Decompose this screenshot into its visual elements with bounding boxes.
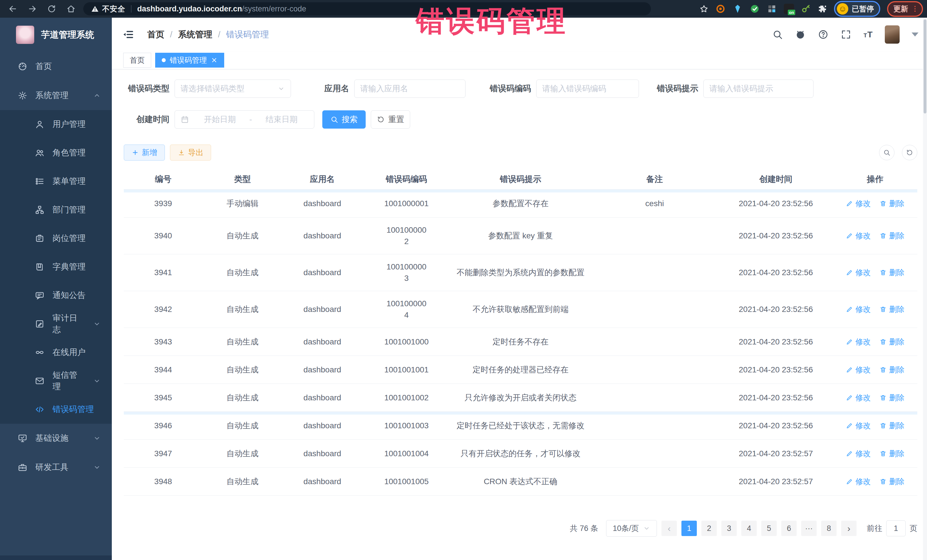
- github-icon[interactable]: [795, 29, 806, 40]
- page-button-2[interactable]: 2: [701, 521, 717, 536]
- page-button-3[interactable]: 3: [721, 521, 737, 536]
- user-menu-caret-icon[interactable]: [912, 32, 918, 36]
- app-logo[interactable]: 芋道管理系统: [0, 18, 112, 52]
- fullscreen-icon[interactable]: [840, 29, 851, 40]
- error-code-field[interactable]: [536, 80, 639, 98]
- back-icon[interactable]: [8, 4, 18, 14]
- search-button[interactable]: 搜索: [322, 110, 366, 129]
- extension-grid-icon[interactable]: [767, 4, 777, 14]
- page-button-4[interactable]: 4: [741, 521, 757, 536]
- add-button[interactable]: 新增: [124, 144, 165, 161]
- delete-button[interactable]: 删除: [879, 392, 904, 404]
- font-size-icon[interactable]: TT: [863, 30, 873, 39]
- cell-code_lines: 1001001004: [362, 448, 451, 459]
- table-header-row: 编号 类型 应用名 错误码编码 错误码提示 备注 创建时间 操作: [124, 169, 917, 190]
- sidebar-item-7[interactable]: 字典管理: [0, 253, 112, 281]
- page-button-8[interactable]: 8: [821, 521, 837, 536]
- error-hint-field[interactable]: [704, 80, 813, 98]
- sidebar-item-5[interactable]: 部门管理: [0, 196, 112, 224]
- sidebar-collapse-icon[interactable]: [122, 29, 134, 41]
- sidebar-item-13[interactable]: 基础设施: [0, 424, 112, 453]
- page-button-6[interactable]: 6: [781, 521, 797, 536]
- goto-page-input[interactable]: [886, 521, 906, 536]
- sidebar-item-4[interactable]: 菜单管理: [0, 167, 112, 196]
- header-search-icon[interactable]: [772, 29, 783, 40]
- error-type-select[interactable]: [175, 80, 291, 98]
- reset-button[interactable]: 重置: [371, 110, 410, 129]
- end-date-input[interactable]: [255, 115, 308, 124]
- error-hint-input[interactable]: [710, 84, 807, 93]
- row-actions: 修改删除: [833, 267, 917, 278]
- edit-button[interactable]: 修改: [846, 448, 871, 459]
- delete-button[interactable]: 删除: [879, 230, 904, 241]
- delete-button[interactable]: 删除: [879, 267, 904, 278]
- scrollbar-thumb[interactable]: [924, 20, 926, 114]
- breadcrumb-home[interactable]: 首页: [147, 29, 164, 41]
- toggle-search-button[interactable]: [879, 145, 895, 160]
- cell-code_lines: 1001001001: [362, 364, 451, 375]
- app-name-field[interactable]: [354, 80, 465, 98]
- sidebar-item-12[interactable]: 错误码管理: [0, 395, 112, 424]
- error-type-select-input[interactable]: [181, 84, 278, 93]
- start-date-input[interactable]: [193, 115, 246, 124]
- user-avatar[interactable]: [885, 25, 900, 44]
- extension-target-icon[interactable]: [715, 4, 726, 14]
- sidebar-item-6[interactable]: 岗位管理: [0, 224, 112, 253]
- delete-button[interactable]: 删除: [879, 476, 904, 487]
- edit-button[interactable]: 修改: [846, 392, 871, 404]
- page-size-select[interactable]: 10条/页: [606, 520, 657, 537]
- edit-button[interactable]: 修改: [846, 336, 871, 348]
- page-button-···[interactable]: ···: [801, 521, 817, 536]
- browser-profile-chip[interactable]: ☺ 已暂停: [834, 1, 880, 17]
- next-page-button[interactable]: ›: [841, 521, 857, 536]
- page-button-1[interactable]: 1: [681, 521, 697, 536]
- help-icon[interactable]: [818, 29, 828, 40]
- address-bar[interactable]: 不安全 dashboard.yudao.iocoder.cn/system/er…: [83, 2, 651, 15]
- date-range-picker[interactable]: -: [175, 110, 314, 129]
- edit-button[interactable]: 修改: [846, 420, 871, 431]
- sidebar-item-8[interactable]: 通知公告: [0, 281, 112, 310]
- delete-button[interactable]: 删除: [879, 336, 904, 348]
- sidebar-item-9[interactable]: 审计日志: [0, 310, 112, 338]
- extension-key-icon[interactable]: [801, 4, 811, 14]
- prev-page-button[interactable]: ‹: [661, 521, 677, 536]
- sidebar-item-10[interactable]: 在线用户: [0, 338, 112, 367]
- page-scrollbar[interactable]: [923, 18, 927, 560]
- browser-update-button[interactable]: 更新: [887, 1, 923, 17]
- sidebar-item-3[interactable]: 角色管理: [0, 138, 112, 167]
- tab-home[interactable]: 首页: [123, 53, 151, 68]
- sidebar-item-11[interactable]: 短信管理: [0, 367, 112, 395]
- sidebar-item-2[interactable]: 用户管理: [0, 110, 112, 138]
- breadcrumb-system[interactable]: 系统管理: [178, 29, 212, 41]
- delete-button[interactable]: 删除: [879, 364, 904, 375]
- page-button-5[interactable]: 5: [761, 521, 777, 536]
- sidebar-item-1[interactable]: 系统管理: [0, 81, 112, 110]
- export-button[interactable]: 导出: [170, 144, 211, 161]
- sidebar-item-14[interactable]: 研发工具: [0, 453, 112, 482]
- tab-close-icon[interactable]: [211, 57, 217, 64]
- reload-icon[interactable]: [47, 4, 56, 14]
- extension-gem-icon[interactable]: [732, 4, 743, 14]
- edit-button[interactable]: 修改: [846, 476, 871, 487]
- bookmark-star-icon[interactable]: [699, 4, 708, 14]
- edit-button[interactable]: 修改: [846, 198, 871, 209]
- delete-button[interactable]: 删除: [879, 448, 904, 459]
- extensions-puzzle-icon[interactable]: [818, 4, 827, 14]
- extension-onepass-icon[interactable]: on: [784, 4, 794, 14]
- edit-button[interactable]: 修改: [846, 267, 871, 278]
- tab-error-code[interactable]: 错误码管理: [155, 53, 224, 68]
- extension-check-circle-icon[interactable]: [749, 4, 760, 14]
- delete-button[interactable]: 删除: [879, 304, 904, 315]
- delete-button[interactable]: 删除: [879, 198, 904, 209]
- sidebar-item-0[interactable]: 首页: [0, 52, 112, 81]
- refresh-table-button[interactable]: [902, 145, 917, 160]
- delete-button[interactable]: 删除: [879, 420, 904, 431]
- app-name-input[interactable]: [360, 84, 459, 93]
- edit-button[interactable]: 修改: [846, 230, 871, 241]
- home-icon[interactable]: [66, 4, 76, 14]
- forward-icon[interactable]: [27, 4, 37, 14]
- edit-button[interactable]: 修改: [846, 304, 871, 315]
- browser-menu-icon[interactable]: [911, 5, 919, 13]
- error-code-input[interactable]: [542, 84, 633, 93]
- edit-button[interactable]: 修改: [846, 364, 871, 375]
